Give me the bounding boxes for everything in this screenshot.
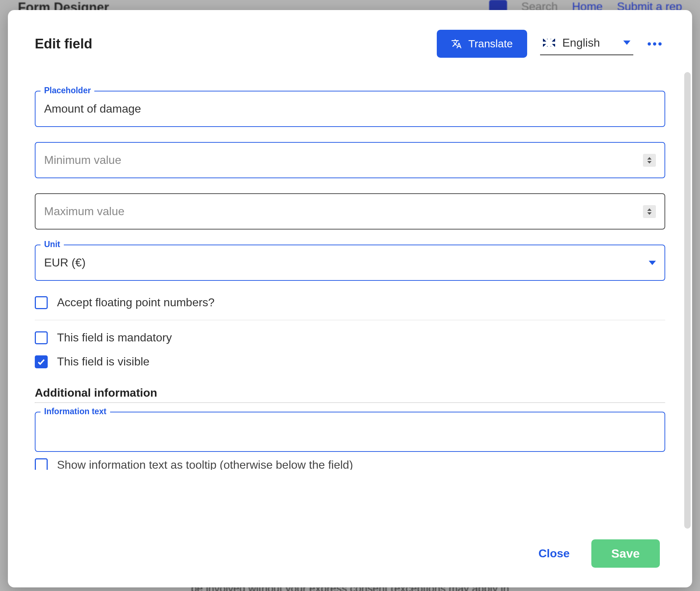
floating-point-checkbox[interactable]	[35, 296, 48, 309]
check-icon	[37, 358, 46, 366]
modal-footer: Close Save	[8, 529, 692, 587]
mandatory-label: This field is mandatory	[57, 331, 172, 344]
info-text-input[interactable]	[35, 412, 665, 452]
floating-point-row: Accept floating point numbers?	[35, 296, 665, 309]
maximum-value-field: Maximum value	[35, 193, 665, 230]
minimum-placeholder-text: Minimum value	[44, 153, 643, 167]
divider	[35, 320, 665, 320]
section-divider	[35, 402, 665, 403]
info-text-field: Information text	[35, 412, 665, 453]
modal-header: Edit field Translate English	[8, 10, 692, 72]
more-options-button[interactable]	[644, 39, 665, 49]
chevron-down-icon	[623, 41, 630, 45]
maximum-stepper[interactable]	[643, 205, 656, 218]
mandatory-row: This field is mandatory	[35, 331, 665, 344]
maximum-placeholder-text: Maximum value	[44, 205, 643, 218]
additional-info-title: Additional information	[35, 386, 665, 399]
unit-label: Unit	[41, 240, 64, 249]
placeholder-label: Placeholder	[41, 86, 94, 95]
mandatory-checkbox[interactable]	[35, 331, 48, 344]
floating-point-label: Accept floating point numbers?	[57, 296, 214, 309]
translate-button-label: Translate	[468, 38, 513, 50]
info-text-label: Information text	[41, 407, 110, 416]
visible-label: This field is visible	[57, 355, 150, 368]
save-button[interactable]: Save	[591, 539, 660, 568]
tooltip-label: Show information text as tooltip (otherw…	[57, 458, 353, 470]
language-label: English	[562, 36, 612, 49]
unit-value: EUR (€)	[44, 256, 649, 269]
modal-body: Placeholder Minimum value Maximum value …	[8, 72, 692, 529]
unit-field: Unit EUR (€)	[35, 245, 665, 281]
language-select[interactable]: English	[540, 33, 633, 55]
modal-title: Edit field	[35, 36, 92, 52]
tooltip-checkbox[interactable]	[35, 458, 48, 470]
unit-select[interactable]: EUR (€)	[35, 245, 665, 281]
placeholder-input[interactable]	[44, 102, 656, 115]
visible-checkbox[interactable]	[35, 355, 48, 368]
scrollbar[interactable]	[684, 72, 691, 529]
minimum-stepper[interactable]	[643, 154, 656, 167]
minimum-value-field: Minimum value	[35, 142, 665, 178]
visible-row: This field is visible	[35, 355, 665, 368]
placeholder-field: Placeholder	[35, 91, 665, 127]
close-button[interactable]: Close	[538, 547, 569, 560]
translate-icon	[451, 38, 462, 49]
edit-field-modal: Edit field Translate English Placeholder	[8, 10, 692, 587]
tooltip-row: Show information text as tooltip (otherw…	[35, 458, 665, 470]
flag-icon	[543, 39, 555, 47]
translate-button[interactable]: Translate	[437, 30, 527, 58]
chevron-down-icon	[649, 261, 656, 265]
